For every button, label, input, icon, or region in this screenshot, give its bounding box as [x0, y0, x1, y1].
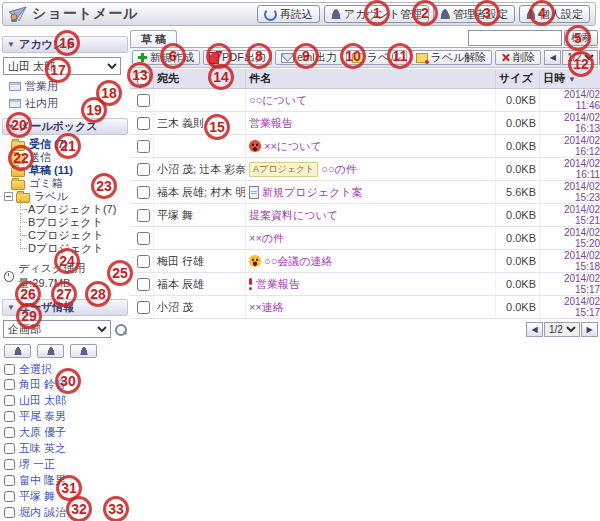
- label-attach-button[interactable]: ラベル: [346, 50, 407, 65]
- user-checkbox[interactable]: [4, 443, 15, 454]
- select-all-checkbox[interactable]: [4, 364, 15, 375]
- account-link-sales[interactable]: 営業用: [2, 78, 128, 95]
- folder-drafts[interactable]: 草稿 (11): [2, 164, 128, 177]
- account-link-internal[interactable]: 社内用: [2, 95, 128, 112]
- user-checkbox[interactable]: [4, 459, 15, 470]
- mail-row[interactable]: 福本 辰雄 営業報告 0.0KB 2014/02/1415:17:51: [130, 273, 600, 296]
- row-checkbox[interactable]: [137, 94, 150, 107]
- user-row[interactable]: 畠中 隆男: [2, 473, 128, 488]
- user-search-icon[interactable]: [115, 324, 127, 336]
- page-select[interactable]: 1/2: [544, 322, 580, 337]
- pdf-export-button[interactable]: PDF出力: [203, 50, 272, 65]
- row-checkbox[interactable]: [137, 186, 150, 199]
- person-icon: [80, 347, 88, 355]
- account-select[interactable]: 山田 太郎: [3, 57, 121, 75]
- user-view-button-1[interactable]: [4, 344, 31, 358]
- mail-row[interactable]: 小沼 茂 ××連絡 0.0KB 2014/02/1415:17:20: [130, 296, 600, 319]
- user-checkbox[interactable]: [4, 427, 15, 438]
- eml-export-button[interactable]: eml出力: [275, 50, 343, 65]
- admin-settings-button[interactable]: 管理者設定: [433, 5, 515, 23]
- label-c-project[interactable]: Cプロジェクト: [18, 229, 128, 242]
- user-row[interactable]: 大原 優子: [2, 425, 128, 440]
- mail-size: 0.0KB: [496, 135, 540, 158]
- select-all-mails-checkbox[interactable]: [137, 72, 150, 85]
- user-row[interactable]: 角田 鈴音: [2, 377, 128, 392]
- mail-subject-link[interactable]: ××連絡: [249, 300, 492, 315]
- column-date[interactable]: 日時 ▼: [540, 69, 600, 89]
- group-select[interactable]: 企画部: [3, 320, 111, 338]
- row-checkbox[interactable]: [137, 209, 150, 222]
- mail-size: 0.0KB: [496, 250, 540, 273]
- mail-to: 梅田 行雄: [154, 250, 246, 273]
- row-checkbox[interactable]: [137, 255, 150, 268]
- mail-row[interactable]: 平塚 舞 提案資料について 0.0KB 2014/02/1415:21:53: [130, 204, 600, 227]
- row-checkbox[interactable]: [137, 278, 150, 291]
- user-row[interactable]: 五味 英之: [2, 441, 128, 456]
- mail-row[interactable]: 小沼 茂; 辻本 彩奈 Aプロジェクト○○の件 0.0KB 2014/02/14…: [130, 158, 600, 181]
- prev-page-button[interactable]: ◀: [544, 50, 561, 65]
- user-row[interactable]: 山田 太郎: [2, 393, 128, 408]
- search-input[interactable]: [468, 30, 562, 46]
- label-remove-button[interactable]: ラベル解除: [410, 50, 493, 65]
- mail-size: 0.0KB: [496, 158, 540, 181]
- mail-row[interactable]: ××の件 0.0KB 2014/02/1415:20:53: [130, 227, 600, 250]
- label-b-project[interactable]: Bプロジェクト: [18, 216, 128, 229]
- section-user-info[interactable]: ▼ ユーザ情報: [2, 299, 128, 316]
- delete-button[interactable]: 削除: [495, 50, 541, 65]
- user-checkbox[interactable]: [4, 491, 15, 502]
- row-checkbox[interactable]: [137, 232, 150, 245]
- user-checkbox[interactable]: [4, 475, 15, 486]
- mail-row[interactable]: 三木 義則 営業報告 0.0KB 2014/02/1416:13:35: [130, 112, 600, 135]
- user-row[interactable]: 堀内 誠治: [2, 505, 128, 520]
- mail-subject-link[interactable]: 営業報告: [249, 277, 492, 292]
- row-checkbox[interactable]: [137, 140, 150, 153]
- new-mail-button[interactable]: 新規作成: [132, 50, 200, 65]
- mail-subject-link[interactable]: 営業報告: [249, 116, 492, 131]
- mail-subject-link[interactable]: ××について: [249, 139, 492, 154]
- user-row[interactable]: 平尾 泰男: [2, 409, 128, 424]
- mail-subject-link[interactable]: 新規プロジェクト案: [249, 185, 492, 200]
- select-all-row[interactable]: 全選択: [2, 362, 128, 377]
- column-to[interactable]: 宛先: [154, 69, 246, 89]
- smile-emoji-icon: [249, 255, 261, 267]
- next-page-button[interactable]: ▶: [581, 322, 598, 337]
- user-checkbox[interactable]: [4, 507, 15, 518]
- important-icon: [249, 278, 253, 290]
- mail-row[interactable]: 梅田 行雄 ○○会議の連絡 0.0KB 2014/02/1415:18:34: [130, 250, 600, 273]
- mail-subject-link[interactable]: Aプロジェクト○○の件: [249, 162, 492, 177]
- account-manage-button[interactable]: アカウント管理: [324, 5, 429, 23]
- mail-subject-link[interactable]: ○○会議の連絡: [249, 254, 492, 269]
- account-manage-icon: [331, 9, 341, 19]
- user-row[interactable]: 平塚 舞: [2, 489, 128, 504]
- user-view-button-3[interactable]: [70, 344, 97, 358]
- mail-subject-link[interactable]: ××の件: [249, 231, 492, 246]
- row-checkbox[interactable]: [137, 301, 150, 314]
- reload-button[interactable]: 再読込: [257, 5, 320, 23]
- collapse-box-icon[interactable]: [4, 192, 13, 201]
- user-checkbox[interactable]: [4, 395, 15, 406]
- user-checkbox[interactable]: [4, 411, 15, 422]
- mail-subject-link[interactable]: ○○について: [249, 93, 492, 108]
- prev-page-button[interactable]: ◀: [526, 322, 543, 337]
- tab-drafts[interactable]: 草 稿: [130, 30, 177, 47]
- pagination-bottom: ◀ 1/2 ▶: [130, 322, 598, 337]
- search-button[interactable]: 検索: [564, 30, 598, 46]
- personal-settings-button[interactable]: 個人設定: [519, 5, 590, 23]
- user-view-button-2[interactable]: [37, 344, 64, 358]
- row-checkbox[interactable]: [137, 163, 150, 176]
- mail-row[interactable]: ○○について 0.0KB 2014/02/1811:46:22: [130, 89, 600, 112]
- column-subject[interactable]: 件名: [246, 69, 496, 89]
- row-checkbox[interactable]: [137, 117, 150, 130]
- mail-row[interactable]: ××について 0.0KB 2014/02/1416:12:53: [130, 135, 600, 158]
- section-account[interactable]: ▼ アカウント: [2, 36, 128, 53]
- column-size[interactable]: サイズ: [496, 69, 540, 89]
- label-d-project[interactable]: Dプロジェクト: [18, 242, 128, 255]
- user-row[interactable]: 堺 一正: [2, 457, 128, 472]
- folder-inbox[interactable]: 受信 (7): [2, 138, 128, 151]
- mail-row[interactable]: 福本 辰雄; 村木 明弘 新規プロジェクト案 5.6KB 2014/02/141…: [130, 181, 600, 204]
- mail-subject-link[interactable]: 提案資料について: [249, 208, 492, 223]
- section-mailbox[interactable]: ▼ メールボックス: [2, 118, 128, 135]
- user-checkbox[interactable]: [4, 379, 15, 390]
- label-a-project[interactable]: Aプロジェクト(7): [18, 203, 128, 216]
- page-select[interactable]: 1/2: [562, 50, 598, 65]
